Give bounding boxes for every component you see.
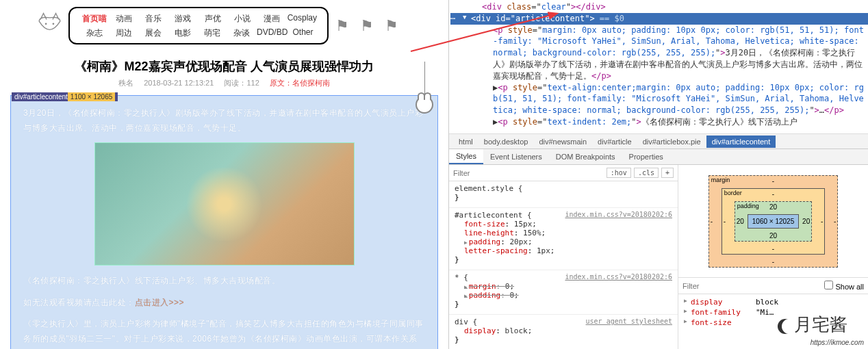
breadcrumb[interactable]: htmlbody.desktopdiv#newsmaindiv#articled… <box>449 133 868 148</box>
nav-item[interactable]: 电影 <box>168 26 196 40</box>
breadcrumb-item[interactable]: div#articlebox.pie <box>637 135 706 148</box>
inspect-tooltip: div#articlecontent1100 × 12065 <box>12 92 118 101</box>
body-paragraph: 3月20日，《名侦探柯南：零之执行人》剧场版举办了线下活动，并邀请在剧中客串配音… <box>23 106 425 135</box>
breadcrumb-item[interactable]: html <box>453 135 478 148</box>
devtools-panel: <div class="clear"></div> ⋯<div id="arti… <box>448 0 868 349</box>
breadcrumb-item[interactable]: body.desktop <box>478 135 534 148</box>
styles-tabs[interactable]: StylesEvent ListenersDOM BreakpointsProp… <box>449 148 868 165</box>
site-watermark-logo: 月宅酱 <box>778 313 847 337</box>
site-watermark-url: https://ikmoe.com <box>810 339 864 346</box>
breadcrumb-item[interactable]: div#articlecontent <box>706 135 776 148</box>
nav-item[interactable]: 周边 <box>110 26 138 40</box>
nav-item[interactable]: 小说 <box>228 12 256 26</box>
add-rule-button[interactable]: + <box>661 168 674 178</box>
article-content: 3月20日，《名侦探柯南：零之执行人》剧场版举办了线下活动，并邀请在剧中客串配音… <box>10 95 438 349</box>
nav-item[interactable]: 萌宅 <box>198 26 226 40</box>
nav-item[interactable]: 动画 <box>110 12 138 26</box>
mascot-icon <box>414 62 435 114</box>
styles-filter-input[interactable] <box>453 169 604 177</box>
hov-toggle[interactable]: :hov <box>607 168 631 178</box>
nav-item[interactable]: 杂谈 <box>227 26 255 40</box>
computed-filter-input[interactable] <box>682 282 824 290</box>
site-logo[interactable] <box>34 10 65 41</box>
body-paragraph: 《名侦探柯南：零之执行人》线下活动上户彩、博多大吉现场配音。 <box>23 274 425 289</box>
flag-icon[interactable]: ⚑ <box>335 17 355 36</box>
article-image <box>94 142 355 266</box>
svg-point-0 <box>45 23 47 25</box>
flag-icon[interactable]: ⚑ <box>385 17 404 36</box>
nav-item[interactable]: DVD/BD <box>257 26 288 40</box>
article-meta: 秩名 2018-03-21 12:13:21 阅读：112 原文：名侦探柯南 <box>10 78 438 94</box>
sub-tab[interactable]: Event Listeners <box>483 150 549 164</box>
breadcrumb-item[interactable]: div#article <box>592 135 637 148</box>
article-title: 《柯南》M22嘉宾声优现场配音 人气演员展现强悍功力 <box>10 51 438 78</box>
box-model[interactable]: margin ---- border ---- padding 20202020… <box>678 165 868 278</box>
sub-tab[interactable]: Properties <box>622 150 670 164</box>
show-all-toggle[interactable]: Show all <box>824 281 864 291</box>
top-nav: 首页喵动画音乐游戏声优小说漫画Cosplay 杂志周边展会电影萌宅杂谈DVD/B… <box>7 7 442 48</box>
nav-menu: 首页喵动画音乐游戏声优小说漫画Cosplay 杂志周边展会电影萌宅杂谈DVD/B… <box>68 7 329 44</box>
svg-point-1 <box>53 23 55 25</box>
nav-item[interactable]: 展会 <box>139 26 167 40</box>
elements-tree[interactable]: <div class="clear"></div> ⋯<div id="arti… <box>449 0 868 133</box>
nav-item[interactable]: 杂志 <box>80 26 108 40</box>
body-paragraph: 如无法观看视频请点击此处：点击进入>>> <box>23 296 425 311</box>
styles-pane[interactable]: :hov .cls + element.style {}#articlecont… <box>449 165 678 349</box>
body-paragraph: 《零之执行人》里，演员上户彩将为律师"橘境子"配音，搞笑艺人博多大吉担任的角色为… <box>23 317 425 349</box>
video-link[interactable]: 点击进入>>> <box>135 298 185 307</box>
breadcrumb-item[interactable]: div#newsmain <box>533 135 592 148</box>
nav-item[interactable]: 游戏 <box>169 12 197 26</box>
nav-item[interactable]: 音乐 <box>139 12 167 26</box>
nav-item[interactable]: 声优 <box>199 12 227 26</box>
nav-item[interactable]: Other <box>289 26 317 40</box>
nav-item[interactable]: Cosplay <box>288 12 317 26</box>
sub-tab[interactable]: DOM Breakpoints <box>549 150 622 164</box>
sub-tab[interactable]: Styles <box>449 149 483 164</box>
selected-element[interactable]: ⋯<div id="articlecontent"> == $0 <box>455 13 868 25</box>
cls-toggle[interactable]: .cls <box>634 168 659 178</box>
nav-item[interactable]: 漫画 <box>257 12 285 26</box>
nav-item[interactable]: 首页喵 <box>80 12 108 26</box>
flag-icon[interactable]: ⚑ <box>360 17 379 36</box>
